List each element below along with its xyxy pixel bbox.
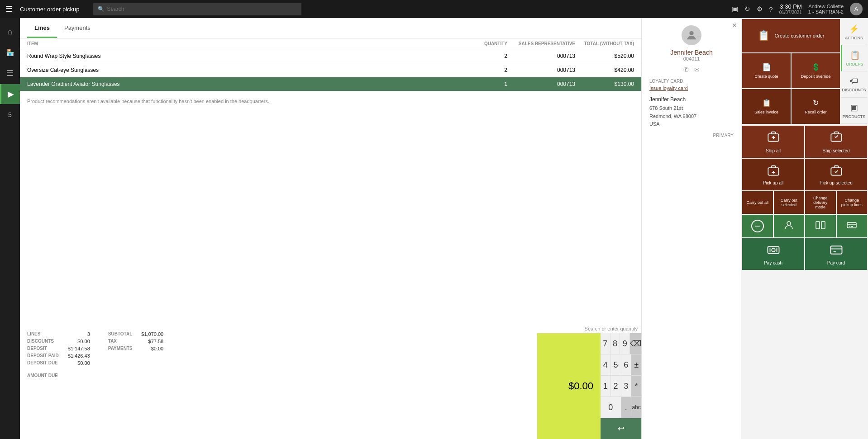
order-table: ITEM QUANTITY SALES REPRESENTATIVE TOTAL… [20, 38, 641, 91]
numpad-5[interactable]: 5 [611, 354, 621, 375]
recall-order-button[interactable]: ↻ Recall order [792, 89, 840, 124]
lightning-icon: ⚡ [849, 24, 859, 34]
close-icon[interactable]: ✕ [732, 22, 737, 29]
ship-selected-label: Ship selected [822, 148, 849, 153]
numpad-3[interactable]: 3 [621, 376, 631, 397]
customer-name: Jennifer Beach [649, 49, 734, 56]
discount-icon-button[interactable]: − [742, 215, 773, 237]
pay-card-button[interactable]: Pay card [805, 238, 867, 270]
email-icon[interactable]: ✉ [694, 66, 700, 73]
pick-up-all-label: Pick up all [763, 180, 784, 185]
item-total: $130.00 [575, 81, 634, 87]
amount-due-label: AMOUNT DUE [27, 373, 58, 378]
create-customer-order-button[interactable]: 📋 Create customer order [742, 19, 840, 52]
sidebar-item-badge[interactable]: 5 [0, 105, 20, 125]
numpad-enter[interactable]: ↩ [601, 418, 641, 439]
app-title: Customer order pickup [20, 6, 80, 13]
sidebar-item-menu[interactable]: ☰ [0, 63, 20, 83]
tab-lines[interactable]: Lines [27, 18, 57, 38]
menu-icon[interactable]: ☰ [5, 4, 13, 14]
search-input[interactable] [107, 6, 297, 12]
suspend-icon [815, 220, 826, 233]
tab-payments[interactable]: Payments [57, 18, 98, 38]
svg-rect-6 [847, 222, 856, 228]
avatar[interactable]: A [850, 3, 863, 15]
create-quote-button[interactable]: 📄 Create quote [742, 53, 791, 88]
numpad-2[interactable]: 2 [611, 376, 621, 397]
change-delivery-mode-button[interactable]: Change delivery mode [805, 191, 836, 214]
deposit-label: DEPOSIT [27, 346, 47, 351]
card-icon-button[interactable] [837, 215, 868, 237]
sales-invoice-button[interactable]: 📋 Sales invoice [742, 89, 791, 124]
lines-value: 3 [87, 331, 90, 337]
deposit-override-button[interactable]: 💲 Deposit override [792, 53, 840, 88]
pick-up-all-button[interactable]: Pick up all [742, 159, 804, 190]
orders-side-button[interactable]: 📋 ORDERS [841, 45, 867, 71]
deposit-due-label: DEPOSIT DUE [27, 360, 58, 366]
pay-cash-button[interactable]: Pay cash [742, 238, 804, 270]
user-icon-button[interactable] [774, 215, 805, 237]
pay-cash-label: Pay cash [764, 260, 782, 265]
sidebar-item-home[interactable]: ⌂ [0, 22, 20, 42]
suspend-icon-button[interactable] [805, 215, 836, 237]
right-panel: 📋 Create customer order 📄 Create quote 💲… [741, 18, 868, 439]
numpad-6[interactable]: 6 [621, 354, 631, 375]
orders-label: ORDERS [846, 62, 863, 66]
cash-icon [767, 243, 780, 258]
topbar-right: ▣ ↻ ⚙ ? 3:30 PM 01/07/2021 Andrew Collet… [732, 3, 863, 15]
item-rep: 000713 [507, 53, 575, 59]
numpad-0[interactable]: 0 [601, 397, 621, 418]
ship-all-button[interactable]: Ship all [742, 126, 804, 158]
numpad-multiply[interactable]: * [631, 376, 641, 397]
refresh-icon[interactable]: ↻ [744, 5, 750, 13]
chat-icon[interactable]: ▣ [732, 5, 738, 13]
sidebar-item-pos[interactable]: ▶ [0, 84, 20, 104]
help-icon[interactable]: ? [769, 5, 773, 13]
carry-out-all-button[interactable]: Carry out all [742, 191, 773, 214]
numpad-8[interactable]: 8 [610, 333, 620, 354]
search-icon: 🔍 [98, 6, 105, 12]
numpad-decimal[interactable]: . [621, 397, 631, 418]
table-row-selected[interactable]: Lavender Gradient Aviator Sunglasses 1 0… [20, 77, 641, 91]
subtotal-label: SUBTOTAL [108, 331, 133, 337]
ship-selected-button[interactable]: Ship selected [805, 126, 867, 158]
svg-rect-5 [821, 222, 825, 229]
ship-all-label: Ship all [766, 148, 781, 153]
customer-panel: ✕ Jennifer Beach 004011 ✆ ✉ LOYALTY CARD… [642, 18, 741, 439]
numpad-4[interactable]: 4 [601, 354, 610, 375]
item-name: Round Wrap Style Sunglasses [27, 53, 471, 59]
customer-avatar [682, 25, 701, 45]
numpad-plusminus[interactable]: ± [631, 354, 641, 375]
table-row[interactable]: Round Wrap Style Sunglasses 2 000713 $52… [20, 49, 641, 63]
table-row[interactable]: Oversize Cat-eye Sunglasses 2 000713 $42… [20, 63, 641, 77]
carry-out-selected-button[interactable]: Carry out selected [774, 191, 805, 214]
settings-icon[interactable]: ⚙ [757, 5, 763, 13]
actions-side-button[interactable]: ⚡ ACTIONS [841, 19, 867, 45]
numpad-abc[interactable]: abc [631, 397, 641, 418]
sidebar-item-store[interactable]: 🏪 [0, 42, 20, 62]
numpad-backspace[interactable]: ⌫ [630, 333, 641, 354]
user-info: Andrew Collette 1 - SANFRAN-2 [808, 4, 844, 14]
svg-point-8 [772, 248, 775, 252]
numpad-7[interactable]: 7 [601, 333, 610, 354]
products-icon: ▣ [850, 103, 858, 113]
side-actions: ⚡ ACTIONS 📋 ORDERS 🏷 DISCOUNTS ▣ [841, 18, 868, 125]
pick-up-selected-button[interactable]: Pick up selected [805, 159, 867, 190]
item-total: $520.00 [575, 53, 634, 59]
numpad-9[interactable]: 9 [620, 333, 630, 354]
quote-icon: 📄 [762, 63, 771, 71]
sidebar: ⌂ 🏪 ☰ ▶ 5 [0, 18, 20, 439]
discounts-side-button[interactable]: 🏷 DISCOUNTS [841, 71, 867, 98]
recommendation-text: Product recommendations aren't available… [20, 91, 641, 324]
bottom-area: LINES 3 DISCOUNTS $0.00 DEPOSIT $1,147.5… [20, 324, 641, 439]
lines-label: LINES [27, 331, 40, 337]
invoice-icon: 📋 [762, 99, 771, 107]
issue-loyalty-card-link[interactable]: Issue loyalty card [649, 85, 734, 91]
products-side-button[interactable]: ▣ PRODUCTS [841, 98, 867, 124]
subtotal-value: $1,070.00 [141, 331, 163, 337]
change-pickup-lines-button[interactable]: Change pickup lines [837, 191, 868, 214]
search-bar[interactable]: 🔍 [93, 3, 301, 15]
user-name: Andrew Collette [808, 4, 844, 9]
phone-icon[interactable]: ✆ [683, 66, 689, 73]
numpad-1[interactable]: 1 [601, 376, 610, 397]
